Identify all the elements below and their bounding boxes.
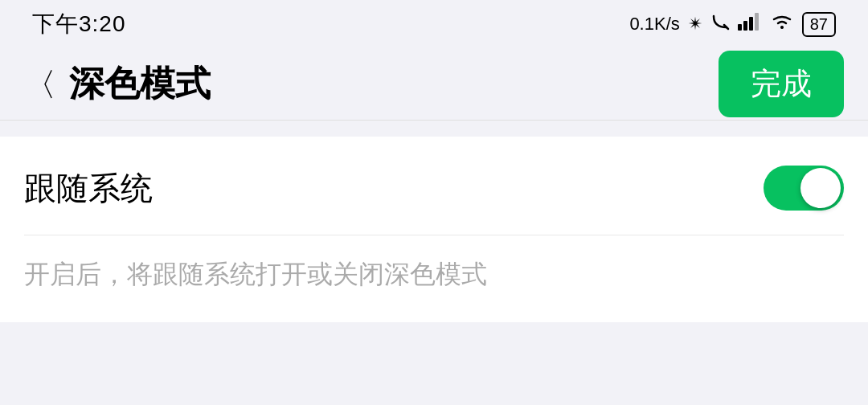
done-button[interactable]: 完成 (719, 51, 844, 117)
bluetooth-icon: ✴ (688, 14, 702, 35)
status-icons: 0.1K/s ✴ 87 (629, 12, 836, 37)
phone-icon (710, 13, 730, 35)
svg-rect-0 (738, 24, 742, 31)
content-area: 跟随系统 开启后，将跟随系统打开或关闭深色模式 (0, 137, 868, 322)
page-title: 深色模式 (69, 60, 211, 108)
svg-rect-1 (743, 21, 747, 31)
status-time: 下午3:20 (32, 9, 126, 39)
follow-system-description: 开启后，将跟随系统打开或关闭深色模式 (24, 235, 844, 322)
toggle-knob (800, 168, 841, 208)
signal-icon (738, 13, 762, 35)
follow-system-toggle[interactable] (764, 166, 844, 211)
nav-bar: 〈 深色模式 完成 (0, 48, 868, 121)
battery-badge: 87 (802, 12, 836, 37)
network-speed: 0.1K/s (629, 14, 679, 35)
wifi-icon (770, 13, 794, 35)
nav-left: 〈 深色模式 (24, 60, 211, 108)
svg-rect-2 (749, 17, 753, 31)
back-icon[interactable]: 〈 (24, 68, 56, 100)
follow-system-label: 跟随系统 (24, 166, 153, 211)
status-bar: 下午3:20 0.1K/s ✴ (0, 0, 868, 48)
follow-system-row: 跟随系统 (24, 137, 844, 235)
svg-point-4 (780, 26, 784, 29)
svg-rect-3 (755, 13, 759, 31)
